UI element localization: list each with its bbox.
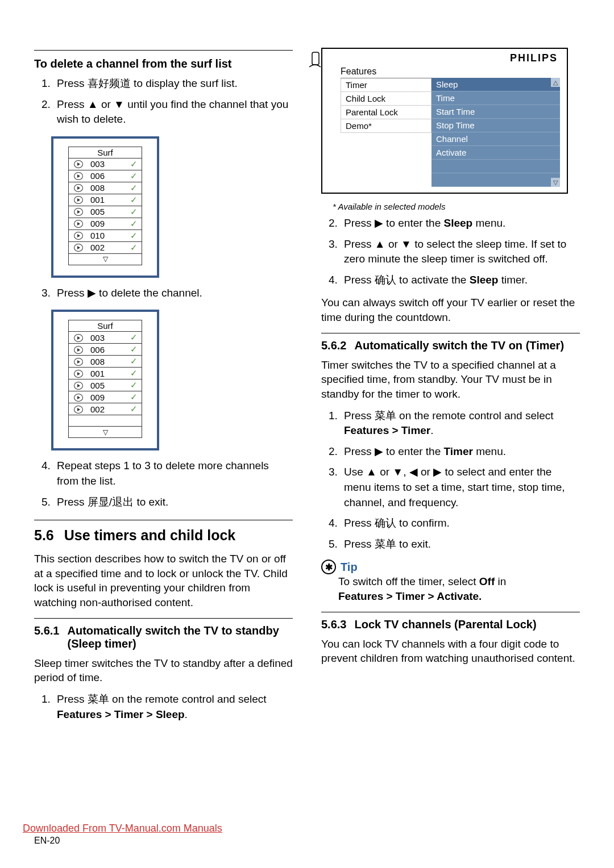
step: Use ▲ or ▼, ◀ or ▶ to select and enter t… [341, 465, 580, 510]
steps-sleep-start: Press 菜单 on the remote control and selec… [34, 692, 293, 722]
step: Press ▲ or ▼ to select the sleep time. I… [341, 237, 580, 267]
menu-option: Activate [432, 146, 560, 160]
tip-icon: ✱ [321, 560, 336, 574]
remote-icon [308, 51, 322, 72]
paragraph: Timer switches the TV to a specified cha… [321, 358, 580, 402]
footnote: * Available in selected models [333, 202, 580, 211]
source-link[interactable]: Downloaded From TV-Manual.com Manuals [23, 823, 222, 834]
step: Press ▶ to enter the Sleep menu. [341, 216, 580, 231]
philips-menu-diagram: PHILIPS Features Timer Child Lock Parent… [321, 48, 568, 194]
menu-item: Demo* [341, 119, 432, 133]
heading-number: 5.6.2 [321, 339, 346, 352]
heading-number: 5.6 [34, 527, 54, 544]
heading-delete-channel: To delete a channel from the surf list [34, 57, 293, 70]
surf-list-diagram-2: Surf 003✓ 006✓ 008✓ 001✓ 005✓ 009✓ 002✓ … [51, 310, 159, 450]
menu-breadcrumb: Features [341, 66, 376, 77]
step: Press ▶ to enter the Timer menu. [341, 444, 580, 460]
paragraph: Sleep timer switches the TV to standby a… [34, 656, 293, 685]
right-column: PHILIPS Features Timer Child Lock Parent… [321, 40, 580, 730]
paragraph: You can always switch off your TV earlie… [321, 295, 580, 324]
step: Repeat steps 1 to 3 to delete more chann… [53, 458, 293, 489]
paragraph: You can lock TV channels with a four dig… [321, 637, 580, 666]
heading-5-6-1: 5.6.1 Automatically switch the TV to sta… [34, 624, 293, 650]
surf-title: Surf [69, 320, 142, 332]
steps-timer: Press 菜单 on the remote control and selec… [321, 408, 580, 552]
heading-5-6-2: 5.6.2 Automatically switch the TV on (Ti… [321, 339, 580, 352]
tip-block: ✱ Tip To switch off the timer, select Of… [321, 560, 580, 603]
heading-number: 5.6.3 [321, 618, 346, 631]
step: Press ▶ to delete the channel. [53, 286, 293, 301]
menu-option: Sleep [432, 78, 560, 91]
menu-option: Start Time [432, 105, 560, 119]
surf-title: Surf [69, 147, 142, 158]
channel-icon [74, 160, 83, 168]
steps-delete-3: Press ▶ to delete the channel. [34, 286, 293, 301]
step: Press 菜单 on the remote control and selec… [341, 408, 580, 439]
heading-5-6-3: 5.6.3 Lock TV channels (Parental Lock) [321, 618, 580, 631]
menu-right-pane: △ Sleep Time Start Time Stop Time Channe… [432, 78, 560, 187]
heading-number: 5.6.1 [34, 624, 59, 650]
menu-option: Channel [432, 132, 560, 146]
step: Press 屏显/退出 to exit. [53, 495, 293, 510]
page-number: EN-20 [34, 836, 60, 845]
menu-item: Timer [341, 78, 432, 92]
steps-delete-b: Repeat steps 1 to 3 to delete more chann… [34, 458, 293, 510]
heading-text: Lock TV channels (Parental Lock) [354, 618, 580, 631]
step: Press 喜好频道 to display the surf list. [53, 76, 293, 91]
menu-item: Parental Lock [341, 106, 432, 119]
step: Press 确认 to activate the Sleep timer. [341, 273, 580, 288]
left-column: To delete a channel from the surf list P… [34, 40, 293, 730]
paragraph: This section describes how to switch the… [34, 552, 293, 610]
menu-option: Time [432, 91, 560, 105]
page-footer: Downloaded From TV-Manual.com Manuals EN… [23, 823, 222, 846]
steps-delete-a: Press 喜好频道 to display the surf list. Pre… [34, 76, 293, 127]
manual-page: To delete a channel from the surf list P… [0, 0, 614, 868]
svg-rect-0 [312, 52, 319, 65]
scroll-down-icon: ▽ [69, 427, 142, 438]
step: Press 菜单 to exit. [341, 537, 580, 552]
tip-body: To switch off the timer, select Off in F… [338, 574, 580, 603]
check-icon: ✓ [126, 158, 142, 170]
menu-left-pane: Timer Child Lock Parental Lock Demo* [341, 78, 432, 187]
menu-option: Stop Time [432, 119, 560, 132]
heading-text: Automatically switch the TV to standby (… [67, 624, 293, 650]
heading-text: Use timers and child lock [64, 527, 236, 544]
menu-item: Child Lock [341, 92, 432, 106]
steps-sleep-cont: Press ▶ to enter the Sleep menu. Press ▲… [321, 216, 580, 287]
step: Press 确认 to confirm. [341, 516, 580, 531]
scroll-down-icon: ▽ [69, 253, 142, 265]
step: Press 菜单 on the remote control and selec… [53, 692, 293, 722]
surf-list-diagram-1: Surf 003✓ 006✓ 008✓ 001✓ 005✓ 009✓ 010✓ … [51, 136, 159, 278]
heading-5-6: 5.6 Use timers and child lock [34, 527, 293, 544]
tip-label: Tip [341, 561, 358, 574]
step: Press ▲ or ▼ until you find the channel … [53, 97, 293, 127]
brand-label: PHILIPS [322, 49, 567, 64]
scroll-down-icon: ▽ [551, 178, 560, 187]
scroll-up-icon: △ [551, 78, 560, 87]
heading-text: Automatically switch the TV on (Timer) [354, 339, 580, 352]
